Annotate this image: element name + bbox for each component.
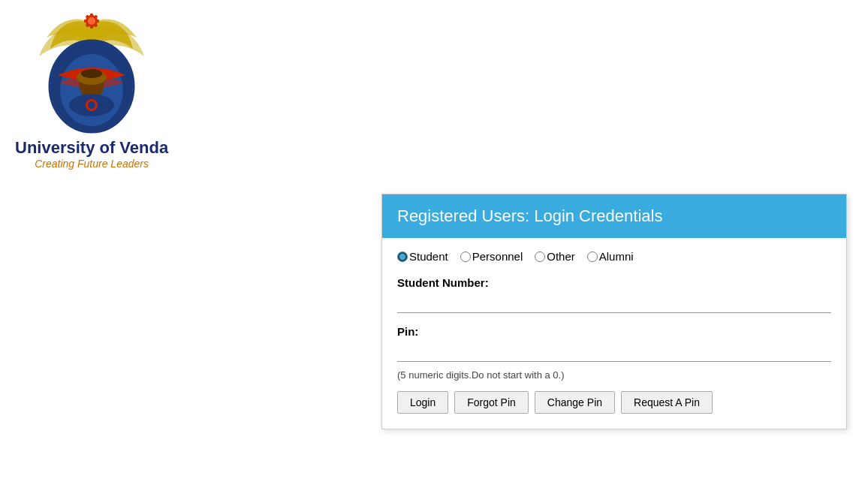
panel-header: Registered Users: Login Credentials [382,194,846,238]
pin-field-row: Pin: [397,325,831,362]
student-number-label: Student Number: [397,276,831,289]
student-number-input[interactable] [397,294,831,313]
university-name: University of Venda [15,138,168,158]
user-type-radio-group: Student Personnel Other Alumni [397,250,831,263]
svg-point-14 [81,69,102,78]
svg-rect-4 [96,20,99,23]
svg-rect-8 [84,20,87,23]
pin-input[interactable] [397,342,831,362]
request-pin-button[interactable]: Request A Pin [621,391,713,414]
radio-student-label: Student [409,250,448,263]
login-panel: Registered Users: Login Credentials Stud… [381,194,847,429]
svg-rect-6 [90,26,93,29]
svg-rect-2 [90,14,93,17]
radio-option-other[interactable]: Other [535,250,575,263]
university-tagline: Creating Future Leaders [35,158,149,170]
radio-student[interactable] [397,252,408,262]
radio-alumni-label: Alumni [599,250,634,263]
svg-point-1 [88,17,95,25]
buttons-row: Login Forgot Pin Change Pin Request A Pi… [397,391,831,414]
logo-area: University of Venda Creating Future Lead… [15,8,168,170]
pin-hint: (5 numeric digits.Do not start with a 0.… [397,369,831,381]
radio-option-alumni[interactable]: Alumni [587,250,634,263]
radio-other[interactable] [535,252,545,262]
svg-point-17 [88,101,95,109]
panel-body: Student Personnel Other Alumni Student N… [382,238,846,429]
login-button[interactable]: Login [397,391,448,414]
radio-personnel-label: Personnel [472,250,523,263]
forgot-pin-button[interactable]: Forgot Pin [454,391,529,414]
pin-label: Pin: [397,325,831,338]
radio-option-personnel[interactable]: Personnel [460,250,523,263]
university-logo [28,8,155,135]
radio-other-label: Other [547,250,575,263]
radio-personnel[interactable] [460,252,471,262]
radio-option-student[interactable]: Student [397,250,448,263]
change-pin-button[interactable]: Change Pin [535,391,615,414]
radio-alumni[interactable] [587,252,598,262]
student-number-field-row: Student Number: [397,276,831,313]
